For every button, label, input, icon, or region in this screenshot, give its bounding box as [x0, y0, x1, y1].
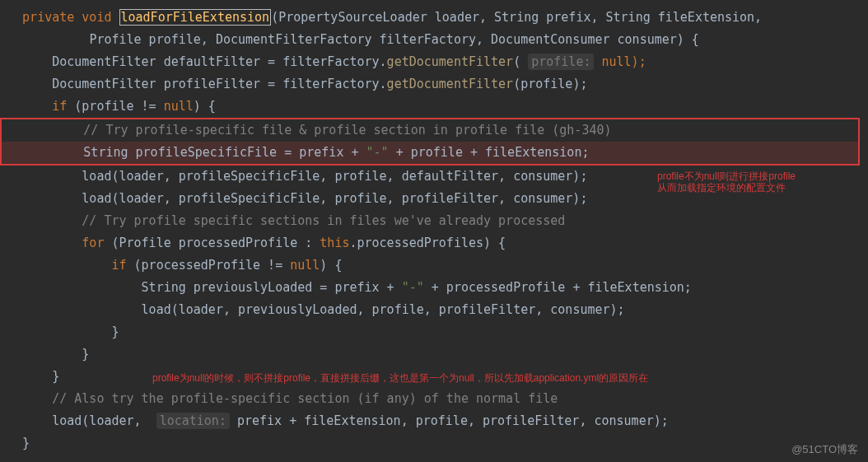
keyword-if: if — [52, 99, 67, 114]
keyword-private: private — [22, 10, 74, 25]
comment-1: // Try profile-specific file & profile s… — [83, 123, 611, 138]
params-2: Profile profile, DocumentFilterFactory f… — [89, 32, 699, 47]
inlay-hint-location: location: — [156, 413, 230, 429]
string-literal: "-" — [366, 145, 389, 160]
code-editor[interactable]: private void loadForFileExtension(Proper… — [0, 0, 868, 462]
method-name: loadForFileExtension — [121, 10, 270, 25]
l3a: DocumentFilter defaultFilter = filterFac… — [52, 54, 386, 69]
watermark: @51CTO博客 — [791, 442, 858, 457]
keyword-void: void — [82, 10, 111, 25]
annotation-1: profile不为null则进行拼接profile从而加载指定环境的配置文件 — [657, 170, 796, 194]
keyword-for: for — [82, 236, 104, 250]
l9: load(loader, profileSpecificFile, profil… — [82, 191, 587, 206]
params-1: (PropertySourceLoader loader, String pre… — [271, 10, 762, 25]
fn-call: getDocumentFilter — [387, 77, 514, 91]
l8: load(loader, profileSpecificFile, profil… — [82, 169, 587, 184]
l14: load(loader, previouslyLoaded, profile, … — [142, 302, 625, 317]
l4a: DocumentFilter profileFilter = filterFac… — [52, 77, 386, 91]
inlay-hint-profile: profile: — [528, 54, 594, 70]
comment-3: // Also try the profile-specific section… — [52, 391, 558, 406]
comment-2: // Try profile specific sections in file… — [82, 213, 565, 228]
l7a: String profileSpecificFile = prefix + — [83, 145, 366, 160]
fn-call: getDocumentFilter — [387, 54, 514, 69]
annotation-2: profile为null的时候，则不拼接profile，直接拼接后缀，这也是第一… — [152, 372, 648, 384]
code-block[interactable]: private void loadForFileExtension(Proper… — [0, 0, 868, 455]
